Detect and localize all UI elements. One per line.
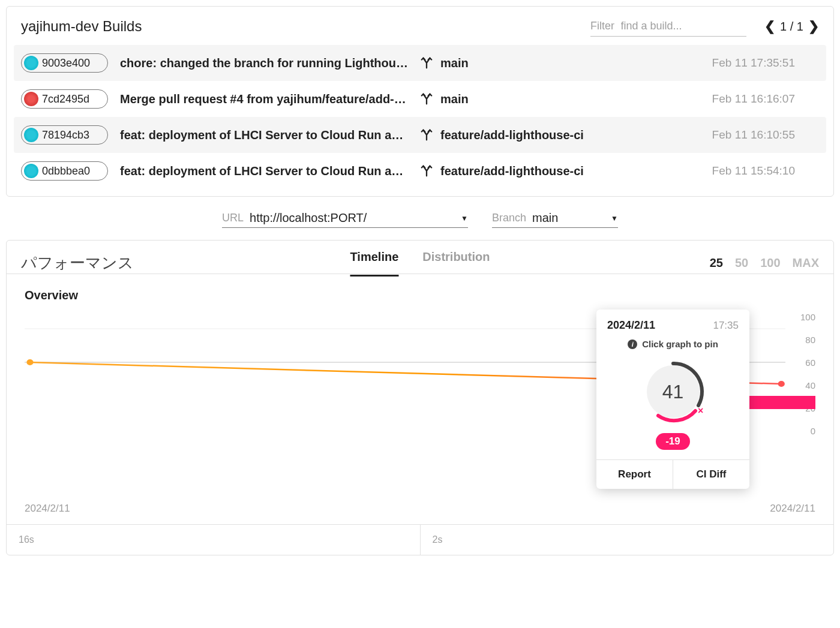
- build-timestamp: Feb 11 16:16:07: [606, 92, 819, 106]
- x-tick-right: 2024/2/11: [770, 503, 815, 515]
- svg-point-4: [778, 381, 785, 387]
- commit-badge: 9003e400: [21, 53, 108, 73]
- branch-icon: [420, 92, 433, 106]
- perf-title: パフォーマンス: [21, 253, 134, 274]
- score-gauge: × 41: [640, 359, 706, 425]
- pager-next-icon[interactable]: ❯: [808, 19, 819, 34]
- overview-title: Overview: [25, 289, 815, 302]
- svg-point-3: [26, 359, 33, 365]
- build-timestamp: Feb 11 17:35:51: [606, 56, 819, 70]
- perf-tabs: Timeline Distribution: [350, 250, 490, 277]
- commit-hash: 0dbbbea0: [42, 165, 90, 178]
- commit-message: Merge pull request #4 from yajihum/featu…: [120, 92, 408, 106]
- y-tick: 0: [811, 426, 815, 436]
- info-icon: i: [628, 339, 637, 349]
- overview-chart[interactable]: 100 80 60 40 20 0 2024/2/11 17:35 i: [25, 317, 815, 455]
- branch-name: feature/add-lighthouse-ci: [440, 128, 584, 142]
- branch-name: main: [440, 92, 469, 106]
- chart-tooltip: 2024/2/11 17:35 i Click graph to pin: [596, 310, 749, 489]
- tooltip-hint-text: Click graph to pin: [642, 339, 718, 349]
- ci-diff-button[interactable]: CI Diff: [673, 460, 749, 489]
- y-axis: 100 80 60 40 20 0: [785, 317, 815, 431]
- url-selector[interactable]: URL http://localhost:PORT/ ▼: [222, 209, 468, 228]
- range-option-max[interactable]: MAX: [793, 256, 819, 270]
- report-button[interactable]: Report: [596, 460, 673, 489]
- range-selector: 2550100MAX: [710, 256, 819, 270]
- branch-caret-icon[interactable]: ▼: [611, 214, 618, 223]
- branch-value: main: [532, 211, 605, 225]
- commit-badge: 0dbbbea0: [21, 161, 108, 181]
- y-tick: 100: [800, 312, 815, 322]
- score-value: 41: [640, 359, 706, 425]
- tab-timeline[interactable]: Timeline: [350, 250, 399, 277]
- pager: ❮ 1 / 1 ❯: [764, 19, 819, 34]
- y-tick: 80: [805, 335, 815, 345]
- branch-selector[interactable]: Branch main ▼: [492, 209, 618, 228]
- build-timestamp: Feb 11 15:54:10: [606, 164, 819, 178]
- url-value: http://localhost:PORT/: [250, 211, 455, 225]
- selectors-row: URL http://localhost:PORT/ ▼ Branch main…: [6, 197, 834, 234]
- range-option-25[interactable]: 25: [710, 256, 723, 270]
- metric-left: 16s: [7, 525, 421, 555]
- x-tick-left: 2024/2/11: [25, 503, 70, 515]
- tab-distribution[interactable]: Distribution: [422, 250, 490, 277]
- commit-badge: 7cd2495d: [21, 89, 108, 109]
- filter-label: Filter: [590, 20, 614, 32]
- builds-title: yajihum-dev Builds: [21, 18, 590, 35]
- range-option-100[interactable]: 100: [760, 256, 780, 270]
- x-axis: 2024/2/11 2024/2/11: [25, 503, 815, 515]
- filter-field[interactable]: Filter: [590, 16, 746, 37]
- filter-input[interactable]: [621, 16, 717, 36]
- build-list: 9003e400chore: changed the branch for ru…: [7, 41, 833, 196]
- branch-column: main: [420, 92, 594, 106]
- tooltip-date: 2024/2/11: [607, 319, 655, 332]
- overview-section: Overview: [7, 274, 833, 524]
- y-tick: 60: [805, 357, 815, 368]
- pager-position: 1 / 1: [780, 20, 803, 34]
- range-option-50[interactable]: 50: [735, 256, 748, 270]
- commit-message: feat: deployment of LHCI Server to Cloud…: [120, 164, 408, 178]
- tooltip-hint: i Click graph to pin: [596, 336, 749, 356]
- builds-header: yajihum-dev Builds Filter ❮ 1 / 1 ❯: [7, 7, 833, 41]
- performance-panel: パフォーマンス Timeline Distribution 2550100MAX…: [6, 240, 834, 555]
- avatar-icon: [24, 128, 38, 142]
- branch-icon: [420, 128, 433, 142]
- build-timestamp: Feb 11 16:10:55: [606, 128, 819, 142]
- avatar-icon: [24, 56, 38, 70]
- pager-prev-icon[interactable]: ❮: [764, 19, 775, 34]
- url-caret-icon[interactable]: ▼: [461, 214, 468, 223]
- commit-hash: 7cd2495d: [42, 93, 89, 106]
- commit-hash: 9003e400: [42, 57, 90, 70]
- build-row[interactable]: 7cd2495dMerge pull request #4 from yajih…: [14, 81, 826, 117]
- metric-right: 2s: [421, 525, 834, 555]
- branch-icon: [420, 56, 433, 70]
- avatar-icon: [24, 92, 38, 106]
- tooltip-time: 17:35: [713, 320, 739, 332]
- build-row[interactable]: 78194cb3feat: deployment of LHCI Server …: [14, 117, 826, 153]
- branch-name: feature/add-lighthouse-ci: [440, 164, 584, 178]
- branch-label: Branch: [492, 212, 526, 224]
- avatar-icon: [24, 164, 38, 178]
- build-row[interactable]: 9003e400chore: changed the branch for ru…: [14, 45, 826, 81]
- url-label: URL: [222, 212, 244, 224]
- commit-message: chore: changed the branch for running Li…: [120, 56, 408, 70]
- branch-column: main: [420, 56, 594, 70]
- commit-message: feat: deployment of LHCI Server to Cloud…: [120, 128, 408, 142]
- commit-hash: 78194cb3: [42, 129, 89, 142]
- build-row[interactable]: 0dbbbea0feat: deployment of LHCI Server …: [14, 153, 826, 189]
- metrics-row: 16s 2s: [7, 524, 833, 555]
- y-tick: 40: [805, 380, 815, 390]
- branch-column: feature/add-lighthouse-ci: [420, 128, 594, 142]
- commit-badge: 78194cb3: [21, 125, 108, 145]
- branch-column: feature/add-lighthouse-ci: [420, 164, 594, 178]
- branch-icon: [420, 164, 433, 178]
- builds-panel: yajihum-dev Builds Filter ❮ 1 / 1 ❯ 9003…: [6, 6, 834, 197]
- delta-badge: -19: [656, 433, 690, 450]
- branch-name: main: [440, 56, 469, 70]
- perf-header: パフォーマンス Timeline Distribution 2550100MAX: [7, 241, 833, 274]
